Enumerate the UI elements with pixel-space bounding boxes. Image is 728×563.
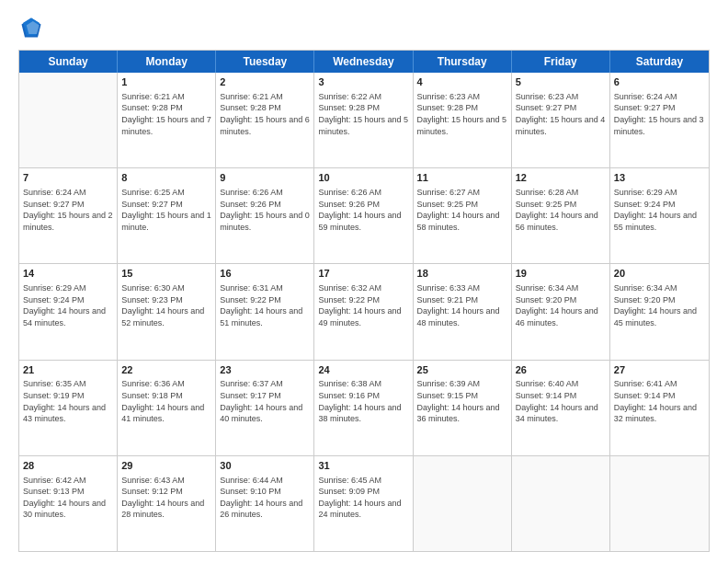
calendar-cell [610, 456, 709, 551]
day-number: 23 [220, 363, 310, 377]
cell-details: Sunrise: 6:38 AMSunset: 9:16 PMDaylight:… [318, 378, 408, 424]
calendar-cell: 15 Sunrise: 6:30 AMSunset: 9:23 PMDaylig… [118, 264, 216, 359]
calendar-cell: 8 Sunrise: 6:25 AMSunset: 9:27 PMDayligh… [118, 168, 216, 263]
cell-details: Sunrise: 6:43 AMSunset: 9:12 PMDaylight:… [121, 475, 211, 521]
day-number: 7 [23, 171, 113, 185]
day-number: 3 [318, 75, 408, 89]
cell-details: Sunrise: 6:24 AMSunset: 9:27 PMDaylight:… [614, 91, 705, 137]
calendar-cell: 21 Sunrise: 6:35 AMSunset: 9:19 PMDaylig… [19, 361, 118, 455]
calendar: SundayMondayTuesdayWednesdayThursdayFrid… [18, 50, 710, 552]
day-number: 19 [516, 267, 606, 281]
day-header-thursday: Thursday [414, 51, 512, 73]
calendar-cell: 2 Sunrise: 6:21 AMSunset: 9:28 PMDayligh… [216, 73, 314, 167]
calendar-cell: 11 Sunrise: 6:27 AMSunset: 9:25 PMDaylig… [414, 168, 512, 263]
cell-details: Sunrise: 6:30 AMSunset: 9:23 PMDaylight:… [121, 282, 211, 328]
cell-details: Sunrise: 6:23 AMSunset: 9:27 PMDaylight:… [516, 91, 606, 137]
calendar-cell: 22 Sunrise: 6:36 AMSunset: 9:18 PMDaylig… [118, 361, 216, 455]
day-number: 26 [516, 363, 606, 377]
calendar-header: SundayMondayTuesdayWednesdayThursdayFrid… [19, 51, 709, 73]
calendar-cell: 12 Sunrise: 6:28 AMSunset: 9:25 PMDaylig… [512, 168, 610, 263]
day-header-sunday: Sunday [19, 51, 118, 73]
calendar-cell: 6 Sunrise: 6:24 AMSunset: 9:27 PMDayligh… [610, 73, 709, 167]
day-number: 14 [23, 267, 113, 281]
day-header-monday: Monday [118, 51, 216, 73]
day-number: 4 [417, 75, 507, 89]
day-header-saturday: Saturday [610, 51, 709, 73]
day-header-friday: Friday [512, 51, 610, 73]
page: SundayMondayTuesdayWednesdayThursdayFrid… [0, 0, 728, 563]
calendar-cell: 5 Sunrise: 6:23 AMSunset: 9:27 PMDayligh… [512, 73, 610, 167]
cell-details: Sunrise: 6:41 AMSunset: 9:14 PMDaylight:… [614, 378, 705, 424]
calendar-week-4: 21 Sunrise: 6:35 AMSunset: 9:19 PMDaylig… [19, 361, 709, 456]
cell-details: Sunrise: 6:39 AMSunset: 9:15 PMDaylight:… [417, 378, 507, 424]
day-number: 1 [121, 75, 211, 89]
day-number: 21 [23, 363, 113, 377]
calendar-week-3: 14 Sunrise: 6:29 AMSunset: 9:24 PMDaylig… [19, 264, 709, 360]
calendar-cell: 28 Sunrise: 6:42 AMSunset: 9:13 PMDaylig… [19, 456, 118, 551]
day-number: 11 [417, 171, 507, 185]
calendar-cell: 29 Sunrise: 6:43 AMSunset: 9:12 PMDaylig… [118, 456, 216, 551]
cell-details: Sunrise: 6:23 AMSunset: 9:28 PMDaylight:… [417, 91, 507, 137]
day-number: 16 [220, 267, 310, 281]
day-number: 31 [318, 459, 408, 473]
day-number: 12 [516, 171, 606, 185]
cell-details: Sunrise: 6:40 AMSunset: 9:14 PMDaylight:… [516, 378, 606, 424]
cell-details: Sunrise: 6:29 AMSunset: 9:24 PMDaylight:… [23, 282, 113, 328]
day-number: 8 [121, 171, 211, 185]
calendar-body: 1 Sunrise: 6:21 AMSunset: 9:28 PMDayligh… [19, 73, 709, 551]
calendar-cell: 7 Sunrise: 6:24 AMSunset: 9:27 PMDayligh… [19, 168, 118, 263]
day-number: 10 [318, 171, 408, 185]
cell-details: Sunrise: 6:31 AMSunset: 9:22 PMDaylight:… [220, 282, 310, 328]
day-number: 2 [220, 75, 310, 89]
cell-details: Sunrise: 6:35 AMSunset: 9:19 PMDaylight:… [23, 378, 113, 424]
cell-details: Sunrise: 6:24 AMSunset: 9:27 PMDaylight:… [23, 187, 113, 233]
calendar-cell: 13 Sunrise: 6:29 AMSunset: 9:24 PMDaylig… [610, 168, 709, 263]
cell-details: Sunrise: 6:29 AMSunset: 9:24 PMDaylight:… [614, 187, 705, 233]
calendar-cell: 4 Sunrise: 6:23 AMSunset: 9:28 PMDayligh… [414, 73, 512, 167]
calendar-cell: 24 Sunrise: 6:38 AMSunset: 9:16 PMDaylig… [314, 361, 413, 455]
day-number: 5 [516, 75, 606, 89]
cell-details: Sunrise: 6:25 AMSunset: 9:27 PMDaylight:… [121, 187, 211, 233]
calendar-cell: 30 Sunrise: 6:44 AMSunset: 9:10 PMDaylig… [216, 456, 314, 551]
calendar-cell: 19 Sunrise: 6:34 AMSunset: 9:20 PMDaylig… [512, 264, 610, 359]
day-number: 17 [318, 267, 408, 281]
calendar-cell: 9 Sunrise: 6:26 AMSunset: 9:26 PMDayligh… [216, 168, 314, 263]
calendar-cell [414, 456, 512, 551]
cell-details: Sunrise: 6:21 AMSunset: 9:28 PMDaylight:… [121, 91, 211, 137]
day-header-wednesday: Wednesday [314, 51, 413, 73]
cell-details: Sunrise: 6:34 AMSunset: 9:20 PMDaylight:… [516, 282, 606, 328]
day-header-tuesday: Tuesday [216, 51, 314, 73]
day-number: 27 [614, 363, 705, 377]
day-number: 15 [121, 267, 211, 281]
day-number: 22 [121, 363, 211, 377]
calendar-cell: 16 Sunrise: 6:31 AMSunset: 9:22 PMDaylig… [216, 264, 314, 359]
cell-details: Sunrise: 6:34 AMSunset: 9:20 PMDaylight:… [614, 282, 705, 328]
calendar-cell: 23 Sunrise: 6:37 AMSunset: 9:17 PMDaylig… [216, 361, 314, 455]
cell-details: Sunrise: 6:45 AMSunset: 9:09 PMDaylight:… [318, 475, 408, 521]
calendar-cell: 27 Sunrise: 6:41 AMSunset: 9:14 PMDaylig… [610, 361, 709, 455]
cell-details: Sunrise: 6:37 AMSunset: 9:17 PMDaylight:… [220, 378, 310, 424]
cell-details: Sunrise: 6:44 AMSunset: 9:10 PMDaylight:… [220, 475, 310, 521]
cell-details: Sunrise: 6:36 AMSunset: 9:18 PMDaylight:… [121, 378, 211, 424]
calendar-cell: 20 Sunrise: 6:34 AMSunset: 9:20 PMDaylig… [610, 264, 709, 359]
day-number: 25 [417, 363, 507, 377]
calendar-week-1: 1 Sunrise: 6:21 AMSunset: 9:28 PMDayligh… [19, 73, 709, 168]
cell-details: Sunrise: 6:21 AMSunset: 9:28 PMDaylight:… [220, 91, 310, 137]
calendar-cell [512, 456, 610, 551]
day-number: 13 [614, 171, 705, 185]
day-number: 24 [318, 363, 408, 377]
cell-details: Sunrise: 6:28 AMSunset: 9:25 PMDaylight:… [516, 187, 606, 233]
logo [18, 15, 48, 40]
calendar-cell: 10 Sunrise: 6:26 AMSunset: 9:26 PMDaylig… [314, 168, 413, 263]
day-number: 28 [23, 459, 113, 473]
calendar-week-2: 7 Sunrise: 6:24 AMSunset: 9:27 PMDayligh… [19, 168, 709, 264]
calendar-week-5: 28 Sunrise: 6:42 AMSunset: 9:13 PMDaylig… [19, 456, 709, 551]
day-number: 20 [614, 267, 705, 281]
cell-details: Sunrise: 6:26 AMSunset: 9:26 PMDaylight:… [318, 187, 408, 233]
calendar-cell: 1 Sunrise: 6:21 AMSunset: 9:28 PMDayligh… [118, 73, 216, 167]
calendar-cell: 3 Sunrise: 6:22 AMSunset: 9:28 PMDayligh… [314, 73, 413, 167]
day-number: 18 [417, 267, 507, 281]
logo-icon [18, 15, 44, 40]
calendar-cell: 14 Sunrise: 6:29 AMSunset: 9:24 PMDaylig… [19, 264, 118, 359]
calendar-cell [19, 73, 118, 167]
